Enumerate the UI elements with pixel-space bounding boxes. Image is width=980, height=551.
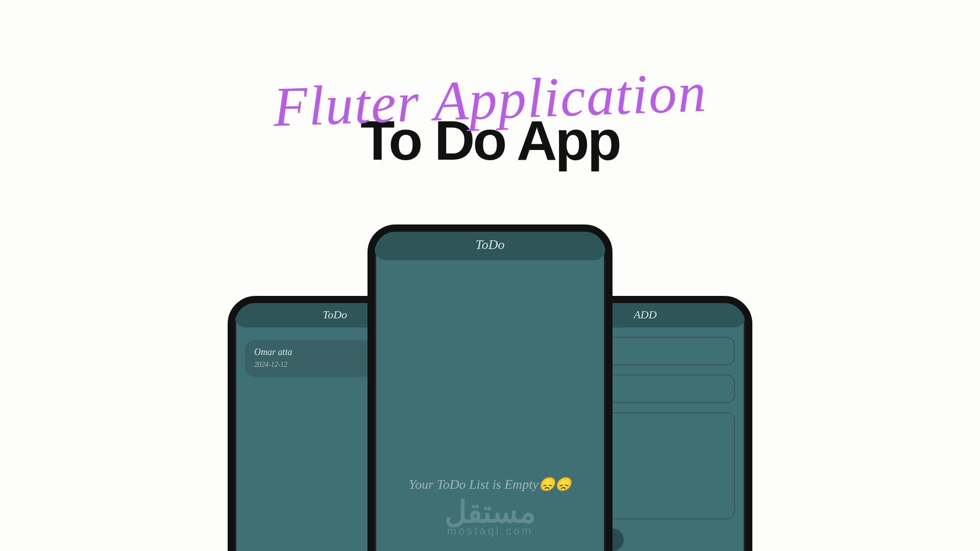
phone-side-button — [232, 425, 235, 471]
empty-state-message: Your ToDo List is Empty😞😞 — [375, 477, 605, 492]
title-script: Fluter Application — [272, 64, 707, 135]
title-block: Fluter Application To Do App — [273, 71, 707, 168]
sad-emoji-icon: 😞😞 — [538, 477, 571, 492]
empty-state-text: Your ToDo List is Empty — [409, 477, 538, 492]
phone-mockup-center: ToDo Your ToDo List is Empty😞😞 مستقل mos… — [368, 224, 612, 551]
phone-side-button — [232, 395, 235, 416]
phone-side-button — [745, 405, 748, 451]
app-header-todo: ToDo — [375, 232, 605, 260]
watermark-english: mostaql.com — [375, 524, 605, 538]
promo-stage: Fluter Application To Do App ToDo Omar a… — [0, 0, 980, 551]
phone-side-button — [372, 374, 375, 425]
watermark: مستقل mostaql.com — [375, 497, 605, 538]
watermark-arabic: مستقل — [375, 497, 605, 528]
phone-side-button — [372, 339, 375, 363]
phone-side-button — [605, 364, 608, 415]
